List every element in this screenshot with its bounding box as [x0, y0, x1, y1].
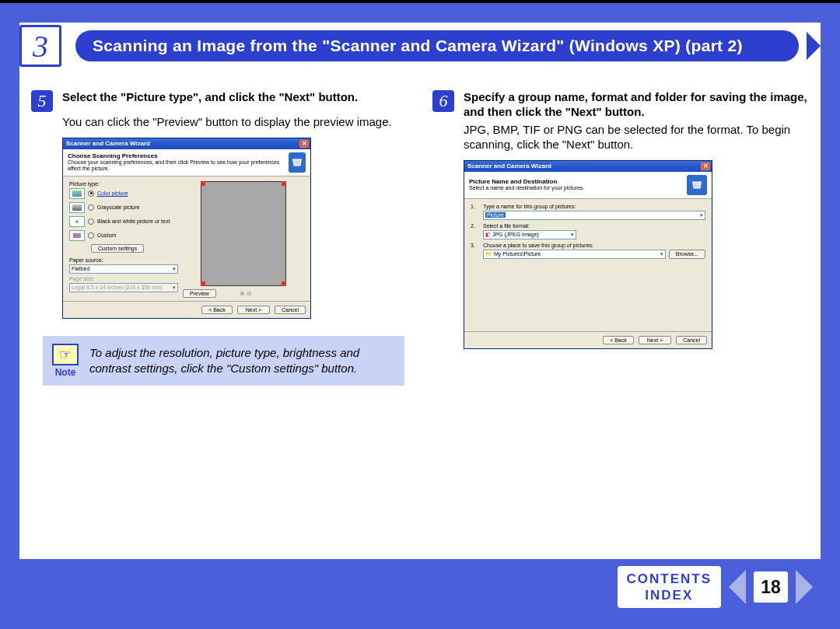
page-size-label: Page size: [69, 276, 178, 281]
left-column: 5 Select the "Picture type", and click t… [31, 90, 409, 386]
banner-sub: Choose your scanning preferences, and th… [68, 159, 289, 173]
q3-label: Choose a place to save this group of pic… [483, 243, 705, 248]
xp-dialog-preferences: Scanner and Camera Wizard ✕ Choose Scann… [62, 138, 311, 319]
radio-color[interactable]: Color picture [69, 188, 178, 199]
destination-select[interactable]: 📁 My Pictures\Picture ▾ [483, 250, 666, 259]
xp-banner: Picture Name and Destination Select a na… [464, 172, 712, 199]
step-title: Select the "Picture type", and click the… [62, 90, 358, 112]
next-page-icon[interactable] [796, 570, 813, 604]
cancel-button[interactable]: Cancel [676, 336, 707, 344]
chapter-number: 3 [19, 25, 61, 67]
note-text: To adjust the resolution, picture type, … [89, 345, 395, 376]
banner-title: Picture Name and Destination [469, 178, 584, 186]
chevron-down-icon: ▾ [173, 285, 176, 291]
name-value: Picture [485, 212, 506, 218]
zoom-icon[interactable]: ⊕ ⊖ [240, 290, 252, 297]
index-link[interactable]: INDEX [627, 587, 712, 603]
next-button[interactable]: Next > [639, 336, 671, 344]
next-button[interactable]: Next > [237, 306, 270, 314]
title-arrow-icon [807, 32, 821, 60]
xp-titlebar: Scanner and Camera Wizard ✕ [63, 138, 310, 149]
xp-body: 1. Type a name for this group of picture… [464, 199, 712, 331]
prev-page-icon[interactable] [729, 570, 746, 604]
radio-label: Black and white picture or text [97, 218, 170, 224]
dialog-buttons: < Back Next > Cancel [464, 331, 712, 348]
page-title: Scanning an Image from the "Scanner and … [93, 37, 743, 55]
q2-label: Select a file format: [483, 223, 705, 229]
page-size-select: Legal 8.5 x 14 inches (216 x 356 mm) ▾ [69, 283, 178, 292]
paper-source-label: Paper source: [69, 257, 178, 263]
manual-page: 3 Scanning an Image from the "Scanner an… [0, 0, 840, 629]
chevron-down-icon: ▾ [700, 212, 703, 218]
chevron-down-icon: ▾ [660, 251, 663, 257]
dest-value: My Pictures\Picture [494, 251, 541, 257]
name-input[interactable]: Picture ▾ [483, 211, 705, 220]
step-body: You can click the "Preview" button to di… [62, 114, 409, 130]
chevron-down-icon: ▾ [173, 266, 176, 272]
format-value: JPG (JPEG Image) [492, 232, 539, 237]
scanner-icon [289, 152, 306, 173]
xp-titlebar: Scanner and Camera Wizard ✕ [464, 161, 712, 172]
banner-sub: Select a name and destination for your p… [469, 185, 584, 191]
chevron-down-icon: ▾ [571, 232, 574, 238]
note-box: ☞ Note To adjust the resolution, picture… [43, 336, 404, 386]
picture-type-label: Picture type: [69, 181, 178, 187]
select-value: Flatbed [72, 266, 89, 271]
step-number: 5 [31, 90, 53, 112]
page-header: 3 Scanning an Image from the "Scanner an… [19, 25, 821, 67]
q1-label: Type a name for this group of pictures: [483, 204, 705, 209]
radio-custom[interactable]: Custom [69, 230, 178, 241]
xp-banner-text: Choose Scanning Preferences Choose your … [68, 152, 289, 173]
right-column: 6 Specify a group name, format and folde… [432, 90, 810, 386]
xp-banner: Choose Scanning Preferences Choose your … [63, 149, 310, 176]
step-6-header: 6 Specify a group name, format and folde… [432, 90, 810, 120]
xp-window-title: Scanner and Camera Wizard [467, 162, 551, 169]
content-columns: 5 Select the "Picture type", and click t… [31, 90, 810, 386]
close-icon[interactable]: ✕ [299, 140, 309, 148]
footer-links: CONTENTS INDEX [618, 566, 722, 609]
xp-window-title: Scanner and Camera Wizard [66, 140, 150, 147]
xp-dialog-destination: Scanner and Camera Wizard ✕ Picture Name… [464, 160, 712, 349]
step-5-header: 5 Select the "Picture type", and click t… [31, 90, 409, 112]
custom-settings-button[interactable]: Custom settings [91, 244, 144, 253]
back-button[interactable]: < Back [201, 306, 233, 314]
radio-gray[interactable]: Grayscale picture [69, 202, 178, 213]
radio-bw[interactable]: A Black and white picture or text [69, 216, 178, 227]
page-number: 18 [754, 571, 788, 603]
scanner-icon [687, 175, 707, 195]
back-button[interactable]: < Back [603, 336, 634, 344]
preview-area [201, 181, 286, 286]
cancel-button[interactable]: Cancel [275, 306, 306, 314]
note-label: Note [52, 367, 79, 378]
select-value: Legal 8.5 x 14 inches (216 x 356 mm) [72, 285, 163, 290]
step-title: Specify a group name, format and folder … [464, 90, 810, 120]
paper-source-select[interactable]: Flatbed ▾ [69, 264, 178, 274]
radio-label: Grayscale picture [97, 204, 139, 210]
browse-button[interactable]: Browse... [669, 250, 705, 259]
title-bar: Scanning an Image from the "Scanner and … [75, 30, 799, 61]
note-hand-icon: ☞ [52, 344, 79, 365]
contents-link[interactable]: CONTENTS [627, 571, 712, 587]
radio-label: Custom [97, 232, 116, 238]
dialog-buttons: < Back Next > Cancel [63, 301, 310, 318]
step-number: 6 [432, 90, 454, 112]
format-select[interactable]: ◧ JPG (JPEG Image) ▾ [483, 230, 576, 239]
preview-button[interactable]: Preview [183, 289, 216, 298]
step-body: JPG, BMP, TIF or PNG can be selected for… [464, 122, 810, 152]
close-icon[interactable]: ✕ [701, 162, 710, 170]
banner-title: Choose Scanning Preferences [68, 152, 289, 160]
footer-nav: CONTENTS INDEX 18 [19, 564, 821, 610]
xp-body: Picture type: Color picture Grayscale pi… [63, 176, 310, 301]
radio-label: Color picture [97, 190, 128, 196]
xp-banner-text: Picture Name and Destination Select a na… [469, 178, 584, 192]
